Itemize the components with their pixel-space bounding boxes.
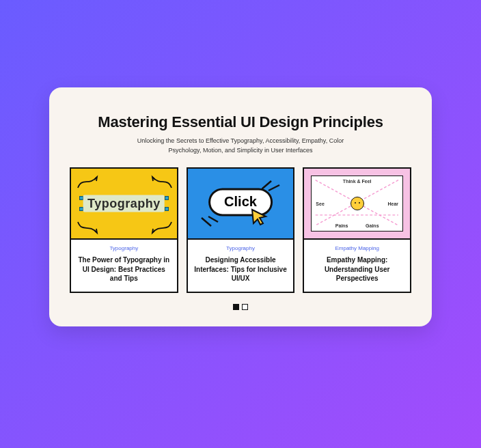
card-typography[interactable]: Typography Typography The Power of Typog…: [70, 167, 178, 293]
empathy-label-pains: Pains: [335, 223, 348, 228]
typography-badge: Typography: [83, 195, 165, 212]
face-icon: [351, 197, 364, 210]
card-category-label: Typography: [77, 245, 171, 251]
card-illustration-empathy: Think & Feel See Hear Pains Gains: [304, 169, 410, 240]
pager-dot-2[interactable]: [242, 304, 248, 310]
card-empathy[interactable]: Think & Feel See Hear Pains Gains Empath…: [303, 167, 411, 293]
card-illustration-click: Click: [188, 169, 294, 240]
svg-line-2: [202, 218, 211, 226]
empathy-label-hear: Hear: [387, 201, 398, 206]
content-panel: Mastering Essential UI Design Principles…: [49, 87, 432, 326]
page-title: Mastering Essential UI Design Principles: [70, 113, 411, 131]
card-illustration-typography: Typography: [71, 169, 177, 240]
card-title-text: The Power of Typography in UI Design: Be…: [77, 255, 171, 283]
pager-dot-1[interactable]: [233, 304, 239, 310]
empathy-label-gains: Gains: [366, 223, 379, 228]
empathy-label-see: See: [316, 201, 324, 206]
svg-line-3: [208, 216, 218, 222]
carousel-pager: [70, 304, 411, 310]
svg-line-1: [269, 185, 279, 191]
cursor-icon: [249, 207, 269, 226]
card-accessibility[interactable]: Click Typography Designing Accessible In…: [187, 167, 295, 293]
card-category-label: Typography: [193, 245, 288, 251]
card-carousel: Typography Typography The Power of Typog…: [70, 167, 411, 293]
svg-line-0: [262, 181, 271, 189]
card-title-text: Empathy Mapping: Understanding User Pers…: [310, 255, 404, 283]
card-title-text: Designing Accessible Interfaces: Tips fo…: [193, 255, 288, 283]
page-subtitle: Unlocking the Secrets to Effective Typog…: [124, 137, 357, 155]
card-category-label: Empathy Mapping: [310, 245, 404, 251]
empathy-label-think: Think & Feel: [343, 179, 372, 184]
